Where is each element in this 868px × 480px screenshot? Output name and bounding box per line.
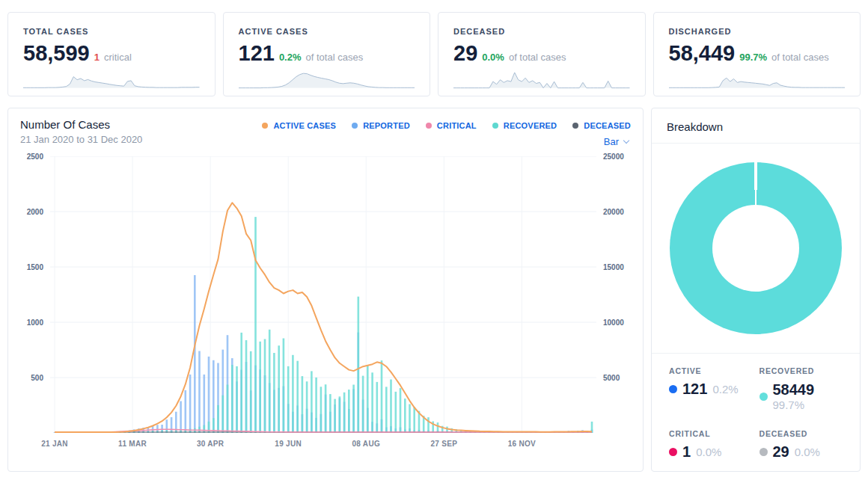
sparkline-chart [669, 68, 846, 89]
card-title: ACTIVE CASES [239, 27, 415, 36]
y-axis-tick-label: 20000 [603, 208, 624, 216]
card-extra-label: critical [104, 52, 132, 63]
chart-type-selector[interactable]: Bar [604, 136, 629, 147]
donut-hole [712, 205, 799, 292]
legend-item-reported[interactable]: REPORTED [352, 121, 410, 130]
x-axis-tick-label: 08 AUG [352, 440, 380, 448]
card-title: TOTAL CASES [23, 27, 200, 36]
chevron-down-icon [623, 137, 629, 143]
breakdown-title: Breakdown [652, 108, 860, 144]
y-axis-tick-label: 500 [31, 374, 43, 382]
stat-value: 121 [682, 381, 707, 398]
breakdown-stats: ACTIVE 121 0.2% RECOVERED 58449 99.7% [652, 353, 860, 471]
card-extra-label: of total cases [306, 52, 364, 63]
legend-dot-icon [492, 123, 498, 129]
covid-dashboard: TOTAL CASES 58,599 1 critical ACTIVE CAS… [0, 0, 868, 479]
card-extra-label: of total cases [509, 52, 566, 63]
legend-item-critical[interactable]: CRITICAL [426, 121, 477, 130]
chart-titles: Number Of Cases 21 Jan 2020 to 31 Dec 20… [20, 118, 142, 147]
legend-dot-icon [426, 123, 432, 129]
left-y-axis: 2500200015001000500 [17, 156, 50, 433]
plot-row: 2500200015001000500 25000200001500010000… [17, 156, 634, 433]
stat-row: 58449 99.7% [760, 381, 850, 412]
chart-header: Number Of Cases 21 Jan 2020 to 31 Dec 20… [8, 108, 643, 147]
card-value-row: 29 0.0% of total cases [453, 41, 630, 66]
legend-label: RECOVERED [504, 121, 557, 130]
stat-value: 1 [682, 443, 691, 461]
stat-value: 29 [773, 443, 789, 461]
sparkline-chart [239, 68, 415, 89]
breakdown-stat-deceased: DECEASED 29 0.0% [760, 429, 850, 461]
card-title: DECEASED [453, 27, 630, 36]
breakdown-stat-recovered: RECOVERED 58449 99.7% [760, 366, 850, 412]
card-extra-value: 99.7% [739, 52, 767, 63]
chart-plot-area [50, 156, 596, 433]
stat-label: CRITICAL [669, 429, 760, 438]
card-value: 121 [239, 41, 275, 66]
card-value-row: 58,449 99.7% of total cases [669, 41, 846, 66]
y-axis-tick-label: 2500 [27, 153, 43, 161]
chart-legend: ACTIVE CASESREPORTEDCRITICALRECOVEREDDEC… [262, 121, 631, 130]
active-cases-card: ACTIVE CASES 121 0.2% of total cases [223, 12, 431, 96]
legend-label: CRITICAL [437, 121, 477, 130]
legend-item-recovered[interactable]: RECOVERED [492, 121, 557, 130]
card-value: 58,449 [669, 41, 736, 66]
y-axis-tick-label: 2000 [27, 208, 43, 216]
breakdown-donut-chart [670, 162, 842, 334]
card-title: DISCHARGED [669, 27, 846, 36]
card-value-row: 121 0.2% of total cases [239, 41, 415, 66]
card-extra-label: of total cases [771, 52, 829, 63]
y-axis-tick-label: 5000 [603, 374, 620, 382]
card-extra-value: 1 [94, 52, 100, 63]
breakdown-panel: Breakdown ACTIVE 121 0.2% RECOVERED [651, 108, 861, 472]
x-axis-tick-label: 16 NOV [508, 440, 536, 448]
legend-item-active-cases[interactable]: ACTIVE CASES [262, 121, 336, 130]
x-axis-tick-label: 19 JUN [275, 440, 302, 448]
card-value: 29 [453, 41, 477, 66]
stat-percent: 0.0% [696, 446, 721, 458]
card-extra-value: 0.0% [482, 52, 504, 63]
stat-percent: 99.7% [773, 399, 815, 412]
stat-label: DECEASED [760, 429, 850, 438]
legend-label: REPORTED [363, 121, 410, 130]
legend-label: DECEASED [584, 121, 631, 130]
legend-label: ACTIVE CASES [273, 121, 336, 130]
stat-row: 29 0.0% [760, 443, 850, 461]
stat-label: RECOVERED [760, 366, 850, 375]
legend-item-deceased[interactable]: DECEASED [572, 121, 631, 130]
chart-title: Number Of Cases [20, 118, 142, 131]
stat-value: 58449 [773, 381, 815, 399]
donut-area [652, 144, 860, 353]
chart-type-selector-label: Bar [604, 136, 619, 147]
y-axis-tick-label: 15000 [603, 263, 624, 271]
card-extra-value: 0.2% [279, 52, 302, 63]
card-value: 58,599 [23, 41, 90, 66]
summary-cards: TOTAL CASES 58,599 1 critical ACTIVE CAS… [7, 12, 861, 96]
breakdown-stat-active: ACTIVE 121 0.2% [669, 366, 760, 412]
active-dot-icon [669, 385, 677, 393]
deceased-card: DECEASED 29 0.0% of total cases [438, 12, 646, 96]
right-y-axis: 250002000015000100005000 [596, 156, 634, 433]
y-axis-tick-label: 1500 [27, 263, 43, 271]
x-axis-tick-label: 30 APR [197, 440, 224, 448]
x-axis-tick-label: 11 MAR [118, 440, 147, 448]
sparkline-chart [453, 68, 630, 89]
stat-row: 121 0.2% [669, 381, 760, 398]
chart-controls: ACTIVE CASESREPORTEDCRITICALRECOVEREDDEC… [262, 118, 631, 147]
cases-chart-canvas [50, 156, 596, 433]
card-value-row: 58,599 1 critical [23, 41, 200, 66]
total-cases-card: TOTAL CASES 58,599 1 critical [7, 12, 216, 96]
recovered-dot-icon [760, 393, 768, 401]
discharged-card: DISCHARGED 58,449 99.7% of total cases [653, 12, 861, 96]
stat-row: 1 0.0% [669, 443, 760, 461]
legend-dot-icon [572, 123, 578, 129]
main-content: Number Of Cases 21 Jan 2020 to 31 Dec 20… [7, 108, 861, 472]
cases-chart-panel: Number Of Cases 21 Jan 2020 to 31 Dec 20… [7, 108, 644, 472]
stat-percent: 0.0% [795, 446, 820, 458]
y-axis-tick-label: 25000 [603, 153, 624, 161]
x-axis-tick-label: 27 SEP [430, 440, 457, 448]
x-axis: 21 JAN11 MAR30 APR19 JUN08 AUG27 SEP16 N… [50, 434, 596, 454]
stat-label: ACTIVE [669, 366, 760, 375]
legend-dot-icon [352, 123, 358, 129]
breakdown-stat-critical: CRITICAL 1 0.0% [669, 429, 760, 461]
